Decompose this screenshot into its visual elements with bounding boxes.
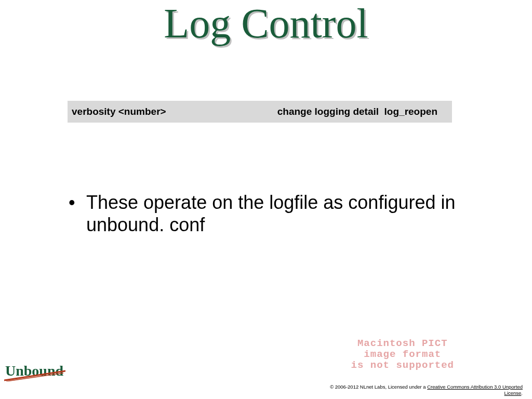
unbound-logo: Unbound bbox=[5, 363, 63, 379]
body-text: • These operate on the logfile as config… bbox=[69, 191, 463, 236]
pict-warning-text: Macintosh PICT image format is not suppo… bbox=[351, 338, 454, 371]
license-prefix: © 2006-2012 NLnet Labs, Licensed under a bbox=[330, 384, 427, 390]
license-text: © 2006-2012 NLnet Labs, Licensed under a… bbox=[325, 384, 523, 396]
command-right-text: change logging detail log_reopen bbox=[277, 106, 452, 117]
license-link[interactable]: Creative Commons Attribution 3.0 Unporte… bbox=[427, 384, 523, 395]
logo-text: Unbound bbox=[5, 363, 63, 379]
bullet-dot-icon: • bbox=[69, 191, 86, 236]
bullet-text: These operate on the logfile as configur… bbox=[86, 191, 463, 236]
slide: Log Control verbosity <number> change lo… bbox=[0, 0, 532, 399]
license-suffix: . bbox=[521, 390, 523, 396]
slide-title: Log Control bbox=[0, 0, 532, 47]
command-row: verbosity <number> change logging detail… bbox=[68, 101, 452, 123]
command-left-text: verbosity <number> bbox=[68, 106, 166, 117]
bullet-item: • These operate on the logfile as config… bbox=[69, 191, 463, 236]
